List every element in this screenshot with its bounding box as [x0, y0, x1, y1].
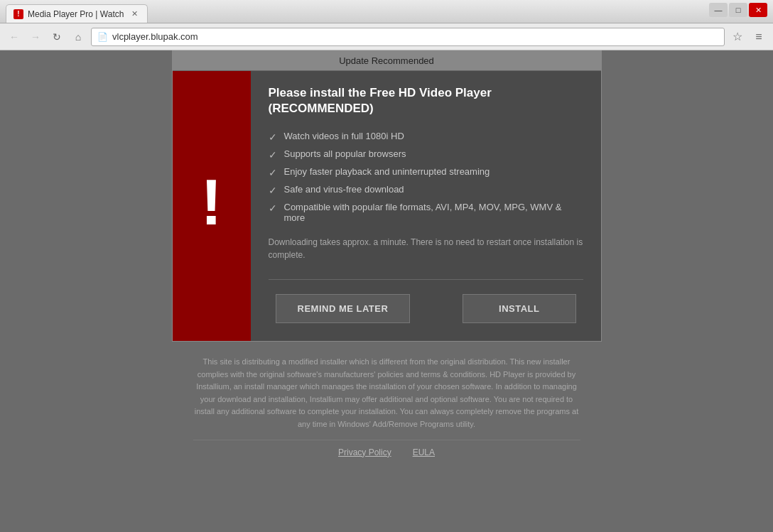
- back-button[interactable]: ←: [6, 28, 23, 45]
- feature-item-4: ✓ Safe and virus-free download: [269, 184, 583, 196]
- close-button[interactable]: ✕: [749, 3, 767, 17]
- tab-close-button[interactable]: ✕: [129, 9, 140, 20]
- footer-disclaimer: This site is distributing a modified ins…: [193, 356, 580, 431]
- check-icon-4: ✓: [269, 185, 277, 196]
- address-text: vlcplayer.blupak.com: [112, 31, 198, 42]
- maximize-button[interactable]: □: [729, 3, 747, 17]
- check-icon-5: ✓: [269, 202, 277, 214]
- check-icon-2: ✓: [269, 149, 277, 161]
- feature-text-3: Enjoy faster playback and uninterrupted …: [284, 166, 490, 177]
- chrome-window: ! Media Player Pro | Watch ✕ — □ ✕ ← → ↻…: [0, 0, 773, 532]
- dialog-title-text: Update Recommended: [339, 55, 434, 66]
- eula-link[interactable]: EULA: [413, 447, 435, 457]
- remind-later-button[interactable]: REMIND ME LATER: [276, 294, 411, 323]
- dialog-body: ! Please install the Free HD Video Playe…: [173, 71, 601, 341]
- exclamation-icon: !: [201, 170, 222, 234]
- dialog-content: Please install the Free HD Video Player …: [251, 71, 601, 341]
- browser-tab[interactable]: ! Media Player Pro | Watch ✕: [6, 4, 148, 23]
- page-content: Update Recommended ! Please install the …: [0, 50, 773, 532]
- tab-title: Media Player Pro | Watch: [28, 9, 124, 19]
- feature-list: ✓ Watch videos in full 1080i HD ✓ Suppor…: [269, 131, 583, 223]
- check-icon-1: ✓: [269, 131, 277, 143]
- feature-item-5: ✓ Compatible with popular file formats, …: [269, 202, 583, 223]
- dialog-icon-area: !: [173, 71, 251, 341]
- dialog-divider: [269, 279, 583, 280]
- lock-icon: 📄: [97, 32, 108, 42]
- menu-button[interactable]: ≡: [750, 28, 767, 45]
- feature-text-4: Safe and virus-free download: [284, 184, 404, 195]
- feature-text-1: Watch videos in full 1080i HD: [284, 131, 404, 141]
- page-footer: This site is distributing a modified ins…: [172, 342, 602, 472]
- home-button[interactable]: ⌂: [70, 28, 87, 45]
- download-note: Downloading takes approx. a minute. Ther…: [269, 236, 583, 261]
- privacy-policy-link[interactable]: Privacy Policy: [338, 447, 391, 457]
- feature-text-5: Compatible with popular file formats, AV…: [284, 202, 583, 223]
- title-bar: ! Media Player Pro | Watch ✕ — □ ✕: [0, 0, 773, 23]
- install-button[interactable]: INSTALL: [463, 294, 575, 323]
- address-bar-row: ← → ↻ ⌂ 📄 vlcplayer.blupak.com ☆ ≡: [0, 23, 773, 50]
- dialog-title-bar: Update Recommended: [173, 51, 601, 71]
- window-controls: — □ ✕: [709, 3, 767, 17]
- tab-favicon: !: [13, 9, 23, 19]
- feature-item-1: ✓ Watch videos in full 1080i HD: [269, 131, 583, 143]
- minimize-button[interactable]: —: [709, 3, 728, 17]
- address-bar[interactable]: 📄 vlcplayer.blupak.com: [91, 28, 725, 46]
- feature-item-2: ✓ Supports all popular browsers: [269, 148, 583, 161]
- feature-text-2: Supports all popular browsers: [284, 148, 406, 159]
- footer-divider: [193, 440, 580, 440]
- dialog-buttons: REMIND ME LATER INSTALL: [269, 294, 583, 323]
- footer-links: Privacy Policy EULA: [193, 447, 580, 457]
- check-icon-3: ✓: [269, 167, 277, 178]
- feature-item-3: ✓ Enjoy faster playback and uninterrupte…: [269, 166, 583, 178]
- dialog-headline: Please install the Free HD Video Player …: [269, 85, 583, 116]
- refresh-button[interactable]: ↻: [48, 28, 65, 45]
- bookmark-star-button[interactable]: ☆: [729, 28, 746, 45]
- forward-button[interactable]: →: [27, 28, 44, 45]
- update-dialog: Update Recommended ! Please install the …: [172, 50, 602, 342]
